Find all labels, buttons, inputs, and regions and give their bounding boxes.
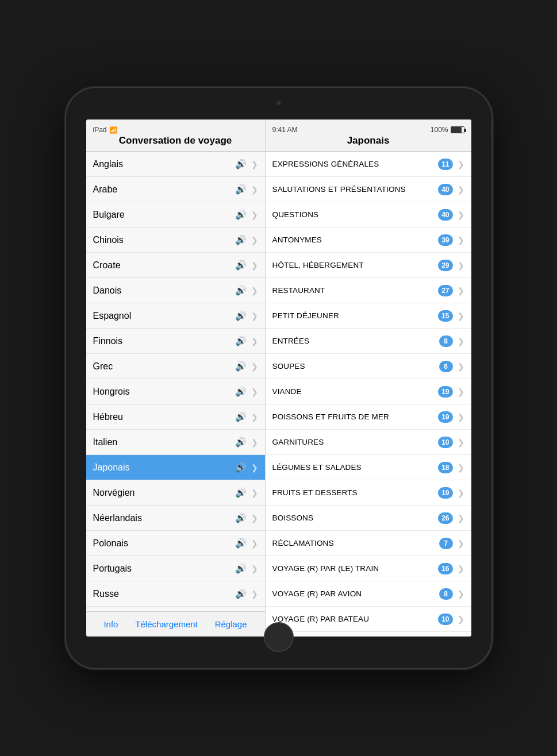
list-item[interactable]: VOYAGE (R) PAR AVION 8 ❯ [266,581,471,607]
category-name: RÉCLAMATIONS [272,539,439,547]
list-item[interactable]: Suédois 🔊 ❯ [86,607,265,611]
list-item[interactable]: FRUITS ET DESSERTS 19 ❯ [266,480,471,506]
list-item[interactable]: SALUTATIONS ET PRÉSENTATIONS 40 ❯ [266,177,471,202]
list-item[interactable]: EXPRESSIONS GÉNÉRALES 11 ❯ [266,152,471,177]
language-name: Polonais [93,538,235,549]
list-item[interactable]: Portugais 🔊 ❯ [86,556,265,581]
info-button[interactable]: Info [103,619,118,629]
list-item[interactable]: Hébreu 🔊 ❯ [86,404,265,430]
list-item[interactable]: SOUPES 6 ❯ [266,354,471,379]
language-name: Bulgare [93,210,235,220]
list-item[interactable]: VOYAGE (R) PAR (LE) TRAIN 16 ❯ [266,556,471,581]
chevron-right-icon: ❯ [458,210,464,219]
count-badge: 10 [438,614,452,625]
list-item[interactable]: LÉGUMES ET SALADES 18 ❯ [266,455,471,480]
list-item[interactable]: Arabe 🔊 ❯ [86,177,265,202]
list-item[interactable]: Anglais 🔊 ❯ [86,152,265,177]
language-name: Anglais [93,159,235,169]
language-name: Espagnol [93,311,235,321]
category-name: EXPRESSIONS GÉNÉRALES [272,160,439,168]
list-item[interactable]: Néerlandais 🔊 ❯ [86,506,265,531]
list-item[interactable]: Espagnol 🔊 ❯ [86,303,265,329]
wifi-icon: 📶 [109,126,117,134]
list-item[interactable]: GARNITURES 10 ❯ [266,430,471,455]
list-item[interactable]: PETIT DÉJEUNER 15 ❯ [266,303,471,329]
chevron-right-icon: ❯ [251,261,258,270]
list-item[interactable]: Russe 🔊 ❯ [86,581,265,607]
chevron-right-icon: ❯ [458,589,464,599]
speaker-icon: 🔊 [235,437,247,448]
count-badge: 40 [438,184,452,195]
count-badge: 8 [439,588,453,600]
list-item[interactable]: BOISSONS 26 ❯ [266,506,471,531]
speaker-icon: 🔊 [235,234,247,245]
battery-bar-icon [451,126,464,133]
list-item[interactable]: Polonais 🔊 ❯ [86,531,265,556]
count-badge: 26 [438,512,452,524]
download-button[interactable]: Téléchargement [135,619,197,629]
chevron-right-icon: ❯ [251,362,258,371]
category-name: BOISSONS [272,514,439,522]
battery-indicator: 100% [431,126,464,134]
chevron-right-icon: ❯ [251,311,258,321]
list-item[interactable]: ANTONYMES 39 ❯ [266,227,471,253]
category-name: VIANDE [272,387,439,396]
chevron-right-icon: ❯ [251,337,258,346]
list-item[interactable]: HÔTEL, HÉBERGEMENT 29 ❯ [266,253,471,278]
chevron-right-icon: ❯ [458,539,464,548]
left-header-status: iPad 📶 [93,126,258,134]
category-name: POISSONS ET FRUITS DE MER [272,412,439,421]
list-item[interactable]: VIANDE 19 ❯ [266,379,471,404]
chevron-right-icon: ❯ [458,185,464,194]
category-list: EXPRESSIONS GÉNÉRALES 11 ❯ SALUTATIONS E… [266,152,471,637]
speaker-icon: 🔊 [235,386,247,397]
list-item[interactable]: Grec 🔊 ❯ [86,354,265,379]
right-panel-title: Japonais [272,135,464,146]
left-panel: iPad 📶 Conversation de voyage Anglais 🔊 … [86,119,266,637]
list-item[interactable]: Japonais 🔊 ❯ [86,455,265,480]
count-badge: 19 [438,386,452,398]
list-item[interactable]: Norvégien 🔊 ❯ [86,480,265,506]
list-item[interactable]: VOYAGE (R) PAR BATEAU 10 ❯ [266,607,471,632]
chevron-right-icon: ❯ [458,261,464,270]
speaker-icon: 🔊 [235,361,247,372]
home-button[interactable] [264,622,294,652]
chevron-right-icon: ❯ [251,210,258,219]
language-name: Hongrois [93,387,235,397]
chevron-right-icon: ❯ [458,438,464,447]
list-item[interactable]: RÉCLAMATIONS 7 ❯ [266,531,471,556]
count-badge: 19 [438,487,452,499]
language-list: Anglais 🔊 ❯ Arabe 🔊 ❯ Bulgare 🔊 ❯ Chinoi… [86,152,265,611]
count-badge: 10 [438,437,452,448]
chevron-right-icon: ❯ [458,615,464,624]
right-header: 9:41 AM 100% Japonais [266,119,471,152]
list-item[interactable]: RESTAURANT 27 ❯ [266,278,471,303]
speaker-icon: 🔊 [235,563,247,574]
category-name: LÉGUMES ET SALADES [272,463,439,472]
speaker-icon: 🔊 [235,512,247,523]
list-item[interactable]: POISSONS ET FRUITS DE MER 19 ❯ [266,404,471,430]
list-item[interactable]: Italien 🔊 ❯ [86,430,265,455]
list-item[interactable]: ENTRÉES 8 ❯ [266,329,471,354]
list-item[interactable]: Chinois 🔊 ❯ [86,227,265,253]
chevron-right-icon: ❯ [251,387,258,396]
list-item[interactable]: Hongrois 🔊 ❯ [86,379,265,404]
list-item[interactable]: Danois 🔊 ❯ [86,278,265,303]
list-item[interactable]: VOYAGE (R) PAR TRANSPORTS URBAINS 7 ❯ [266,632,471,637]
language-name: Portugais [93,564,235,574]
speaker-icon: 🔊 [235,411,247,422]
list-item[interactable]: QUESTIONS 40 ❯ [266,202,471,227]
chevron-right-icon: ❯ [251,160,258,169]
count-badge: 6 [439,361,453,372]
language-name: Arabe [93,184,235,195]
speaker-icon: 🔊 [235,260,247,271]
speaker-icon: 🔊 [235,310,247,321]
speaker-icon: 🔊 [235,462,247,473]
chevron-right-icon: ❯ [251,412,258,422]
category-name: VOYAGE (R) PAR BATEAU [272,615,439,623]
list-item[interactable]: Finnois 🔊 ❯ [86,329,265,354]
list-item[interactable]: Croate 🔊 ❯ [86,253,265,278]
settings-button[interactable]: Réglage [215,619,247,629]
list-item[interactable]: Bulgare 🔊 ❯ [86,202,265,227]
speaker-icon: 🔊 [235,588,247,599]
